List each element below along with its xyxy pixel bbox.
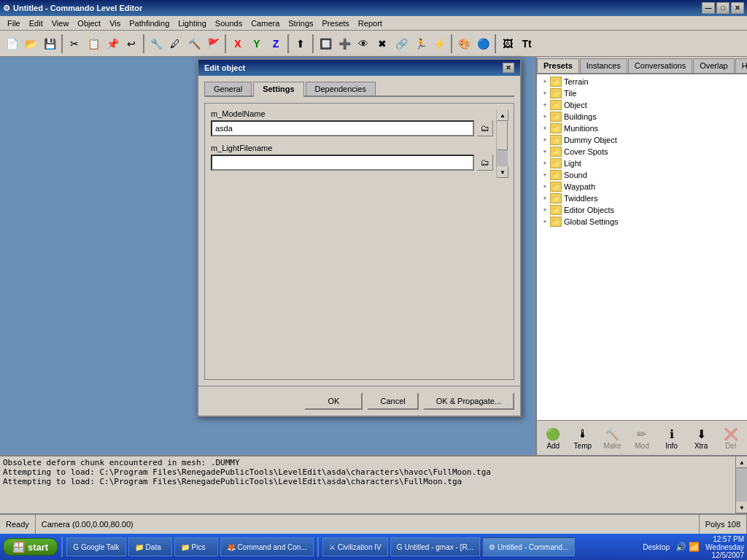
- dialog-tab-dependencies[interactable]: Dependencies: [306, 82, 376, 96]
- dialog-content: m_ModelName 🗂 m_LightFilename 🗂: [204, 103, 514, 380]
- light-filename-input[interactable]: [211, 155, 474, 171]
- dialog-body: General Settings Dependencies m_ModelNam…: [198, 76, 520, 386]
- taskbar-sep2: [317, 537, 319, 557]
- taskbar-data[interactable]: 📁Data: [128, 537, 172, 556]
- taskbar-gmax[interactable]: GUntitled - gmax - [R...: [390, 537, 480, 556]
- dialog-scroll-up[interactable]: ▲: [497, 109, 508, 121]
- dialog-title-text: Edit object: [204, 63, 245, 72]
- light-filename-browse[interactable]: 🗂: [477, 155, 493, 171]
- dialog-tab-general[interactable]: General: [204, 82, 252, 96]
- start-button[interactable]: 🪟 start: [3, 538, 58, 556]
- taskbar-pics[interactable]: 📁Pics: [174, 537, 218, 556]
- light-filename-row: 🗂: [211, 155, 493, 171]
- model-name-input[interactable]: [211, 120, 474, 136]
- tray-icons: 🔊 📶: [676, 542, 700, 552]
- cancel-button[interactable]: Cancel: [367, 392, 418, 410]
- dialog-scrollbar: ▲ ▼: [496, 109, 508, 178]
- dialog-tab-settings[interactable]: Settings: [253, 82, 303, 97]
- ok-button[interactable]: OK: [304, 392, 363, 410]
- modal-overlay: Edit object ✕ General Settings Dependenc…: [0, 0, 747, 534]
- dialog-tabs: General Settings Dependencies: [204, 82, 514, 97]
- dialog-title-bar: Edit object ✕: [198, 60, 520, 76]
- edit-dialog: Edit object ✕ General Settings Dependenc…: [197, 58, 522, 417]
- taskbar-civ4[interactable]: ⚔Civilization IV: [322, 537, 388, 556]
- dialog-scroll-thumb[interactable]: [497, 121, 508, 150]
- dialog-scroll-track: [497, 121, 508, 166]
- dialog-close-button[interactable]: ✕: [503, 63, 514, 73]
- taskbar-sep: [61, 537, 63, 557]
- clock: 12:57 PM Wednesday12/5/2007: [705, 535, 744, 559]
- model-name-browse[interactable]: 🗂: [477, 120, 493, 136]
- dialog-scroll-down[interactable]: ▼: [497, 166, 508, 178]
- taskbar-google-talk[interactable]: GGoogle Talk: [66, 537, 125, 556]
- ok-propagate-button[interactable]: OK & Propagate...: [423, 392, 514, 410]
- desktop-label: Desktop: [643, 543, 670, 551]
- taskbar: 🪟 start GGoogle Talk 📁Data 📁Pics 🦊Comman…: [0, 534, 747, 560]
- taskbar-command-con[interactable]: 🦊Command and Con...: [220, 537, 314, 556]
- taskbar-commando[interactable]: ⚙Untitled - Command...: [482, 537, 575, 556]
- system-tray: Desktop 🔊 📶 12:57 PM Wednesday12/5/2007: [643, 535, 744, 559]
- model-name-label: m_ModelName: [211, 109, 493, 118]
- model-name-row: 🗂: [211, 120, 493, 136]
- light-filename-label: m_LightFilename: [211, 144, 493, 152]
- clock-time: 12:57 PM: [705, 535, 744, 543]
- clock-date: Wednesday12/5/2007: [705, 543, 744, 559]
- dialog-buttons: OK Cancel OK & Propagate...: [198, 386, 520, 416]
